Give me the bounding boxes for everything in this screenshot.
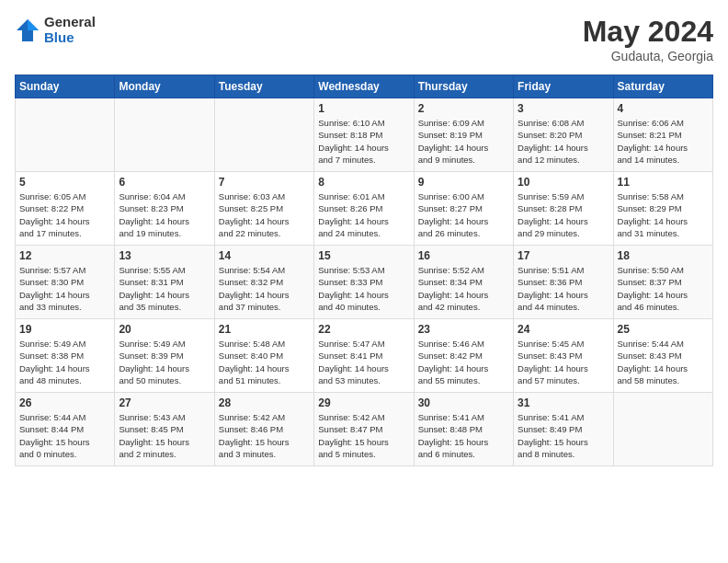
day-info: Sunrise: 5:51 AMSunset: 8:36 PMDaylight:…	[518, 264, 609, 313]
day-number: 18	[618, 249, 709, 262]
calendar-cell: 30Sunrise: 5:41 AMSunset: 8:48 PMDayligh…	[414, 393, 513, 466]
day-info: Sunrise: 6:06 AMSunset: 8:21 PMDaylight:…	[618, 117, 709, 166]
calendar-cell: 25Sunrise: 5:44 AMSunset: 8:43 PMDayligh…	[613, 319, 712, 393]
logo-text: General Blue	[44, 15, 96, 45]
day-info: Sunrise: 5:48 AMSunset: 8:40 PMDaylight:…	[219, 338, 310, 386]
day-number: 22	[318, 323, 409, 336]
day-number: 10	[518, 176, 609, 189]
day-info: Sunrise: 6:08 AMSunset: 8:20 PMDaylight:…	[518, 117, 609, 166]
calendar-cell: 23Sunrise: 5:46 AMSunset: 8:42 PMDayligh…	[414, 319, 513, 393]
day-info: Sunrise: 6:10 AMSunset: 8:18 PMDaylight:…	[318, 117, 409, 166]
day-info: Sunrise: 5:49 AMSunset: 8:38 PMDaylight:…	[19, 338, 110, 386]
calendar-cell: 4Sunrise: 6:06 AMSunset: 8:21 PMDaylight…	[613, 98, 712, 172]
day-number: 15	[318, 249, 409, 262]
day-number: 20	[119, 323, 210, 336]
day-info: Sunrise: 6:09 AMSunset: 8:19 PMDaylight:…	[418, 117, 509, 166]
day-number: 16	[418, 249, 509, 262]
calendar-cell: 9Sunrise: 6:00 AMSunset: 8:27 PMDaylight…	[414, 172, 513, 246]
day-info: Sunrise: 5:46 AMSunset: 8:42 PMDaylight:…	[418, 338, 509, 386]
col-header-sunday: Sunday	[16, 75, 115, 98]
day-info: Sunrise: 5:52 AMSunset: 8:34 PMDaylight:…	[418, 264, 509, 313]
day-info: Sunrise: 5:42 AMSunset: 8:46 PMDaylight:…	[219, 411, 310, 460]
calendar-cell: 19Sunrise: 5:49 AMSunset: 8:38 PMDayligh…	[16, 319, 115, 393]
calendar-cell: 1Sunrise: 6:10 AMSunset: 8:18 PMDaylight…	[314, 98, 414, 172]
calendar-cell	[214, 98, 313, 172]
day-number: 2	[418, 102, 509, 115]
day-info: Sunrise: 5:49 AMSunset: 8:39 PMDaylight:…	[119, 338, 210, 386]
day-info: Sunrise: 5:41 AMSunset: 8:48 PMDaylight:…	[418, 411, 509, 460]
day-info: Sunrise: 5:42 AMSunset: 8:47 PMDaylight:…	[318, 411, 409, 460]
calendar-cell: 3Sunrise: 6:08 AMSunset: 8:20 PMDaylight…	[514, 98, 613, 172]
day-info: Sunrise: 6:00 AMSunset: 8:27 PMDaylight:…	[418, 190, 509, 239]
day-number: 11	[618, 176, 709, 189]
calendar-cell: 28Sunrise: 5:42 AMSunset: 8:46 PMDayligh…	[214, 393, 313, 466]
calendar-cell: 31Sunrise: 5:41 AMSunset: 8:49 PMDayligh…	[514, 393, 613, 466]
day-number: 28	[219, 396, 310, 409]
calendar-week-row: 12Sunrise: 5:57 AMSunset: 8:30 PMDayligh…	[16, 246, 713, 319]
day-number: 23	[418, 323, 509, 336]
calendar-cell: 29Sunrise: 5:42 AMSunset: 8:47 PMDayligh…	[314, 393, 414, 466]
calendar-cell: 16Sunrise: 5:52 AMSunset: 8:34 PMDayligh…	[414, 246, 513, 319]
calendar-cell	[115, 98, 214, 172]
calendar-cell: 21Sunrise: 5:48 AMSunset: 8:40 PMDayligh…	[214, 319, 313, 393]
col-header-saturday: Saturday	[613, 75, 712, 98]
day-number: 31	[518, 396, 609, 409]
day-number: 5	[19, 176, 110, 189]
day-info: Sunrise: 5:59 AMSunset: 8:28 PMDaylight:…	[518, 190, 609, 239]
day-info: Sunrise: 5:55 AMSunset: 8:31 PMDaylight:…	[119, 264, 210, 313]
day-info: Sunrise: 5:50 AMSunset: 8:37 PMDaylight:…	[618, 264, 709, 313]
calendar-cell: 14Sunrise: 5:54 AMSunset: 8:32 PMDayligh…	[214, 246, 313, 319]
logo-general-text: General	[44, 15, 96, 30]
calendar-cell: 10Sunrise: 5:59 AMSunset: 8:28 PMDayligh…	[514, 172, 613, 246]
day-number: 14	[219, 249, 310, 262]
day-number: 3	[518, 102, 609, 115]
calendar-week-row: 19Sunrise: 5:49 AMSunset: 8:38 PMDayligh…	[16, 319, 713, 393]
calendar-week-row: 26Sunrise: 5:44 AMSunset: 8:44 PMDayligh…	[16, 393, 713, 466]
day-number: 4	[618, 102, 709, 115]
day-info: Sunrise: 5:53 AMSunset: 8:33 PMDaylight:…	[318, 264, 409, 313]
day-number: 19	[19, 323, 110, 336]
day-number: 9	[418, 176, 509, 189]
logo: General Blue	[15, 15, 96, 45]
title-block: May 2024 Gudauta, Georgia	[583, 15, 713, 63]
day-number: 21	[219, 323, 310, 336]
day-number: 30	[418, 396, 509, 409]
logo-icon	[15, 17, 40, 43]
day-number: 29	[318, 396, 409, 409]
day-info: Sunrise: 5:45 AMSunset: 8:43 PMDaylight:…	[518, 338, 609, 386]
col-header-tuesday: Tuesday	[214, 75, 313, 98]
calendar-cell: 18Sunrise: 5:50 AMSunset: 8:37 PMDayligh…	[613, 246, 712, 319]
day-number: 27	[119, 396, 210, 409]
calendar-cell: 8Sunrise: 6:01 AMSunset: 8:26 PMDaylight…	[314, 172, 414, 246]
day-number: 7	[219, 176, 310, 189]
day-number: 13	[119, 249, 210, 262]
day-number: 26	[19, 396, 110, 409]
calendar-cell: 24Sunrise: 5:45 AMSunset: 8:43 PMDayligh…	[514, 319, 613, 393]
col-header-friday: Friday	[514, 75, 613, 98]
day-number: 1	[318, 102, 409, 115]
day-number: 17	[518, 249, 609, 262]
day-info: Sunrise: 6:01 AMSunset: 8:26 PMDaylight:…	[318, 190, 409, 239]
day-info: Sunrise: 5:43 AMSunset: 8:45 PMDaylight:…	[119, 411, 210, 460]
calendar-week-row: 5Sunrise: 6:05 AMSunset: 8:22 PMDaylight…	[16, 172, 713, 246]
day-info: Sunrise: 6:05 AMSunset: 8:22 PMDaylight:…	[19, 190, 110, 239]
col-header-monday: Monday	[115, 75, 214, 98]
logo-blue-text: Blue	[44, 30, 96, 46]
calendar-cell	[613, 393, 712, 466]
calendar-header-row: SundayMondayTuesdayWednesdayThursdayFrid…	[16, 75, 713, 98]
calendar-table: SundayMondayTuesdayWednesdayThursdayFrid…	[15, 75, 713, 466]
calendar-cell: 2Sunrise: 6:09 AMSunset: 8:19 PMDaylight…	[414, 98, 513, 172]
day-info: Sunrise: 5:54 AMSunset: 8:32 PMDaylight:…	[219, 264, 310, 313]
page-header: General Blue May 2024 Gudauta, Georgia	[15, 15, 713, 63]
calendar-cell: 22Sunrise: 5:47 AMSunset: 8:41 PMDayligh…	[314, 319, 414, 393]
day-info: Sunrise: 5:57 AMSunset: 8:30 PMDaylight:…	[19, 264, 110, 313]
calendar-cell: 6Sunrise: 6:04 AMSunset: 8:23 PMDaylight…	[115, 172, 214, 246]
calendar-cell: 20Sunrise: 5:49 AMSunset: 8:39 PMDayligh…	[115, 319, 214, 393]
day-info: Sunrise: 5:58 AMSunset: 8:29 PMDaylight:…	[618, 190, 709, 239]
calendar-cell: 11Sunrise: 5:58 AMSunset: 8:29 PMDayligh…	[613, 172, 712, 246]
calendar-cell: 17Sunrise: 5:51 AMSunset: 8:36 PMDayligh…	[514, 246, 613, 319]
day-number: 6	[119, 176, 210, 189]
day-number: 8	[318, 176, 409, 189]
calendar-week-row: 1Sunrise: 6:10 AMSunset: 8:18 PMDaylight…	[16, 98, 713, 172]
day-number: 12	[19, 249, 110, 262]
